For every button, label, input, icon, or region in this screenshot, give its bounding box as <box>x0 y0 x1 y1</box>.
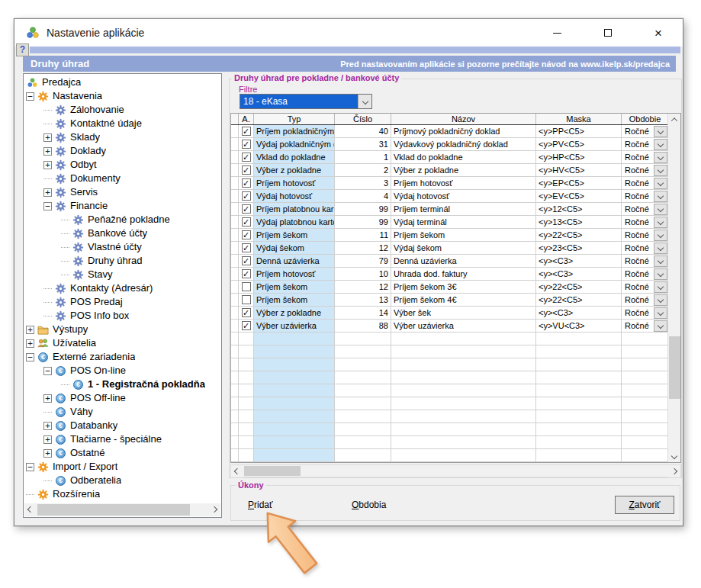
typ-cell[interactable]: Výber z pokladne <box>254 307 335 319</box>
row-selector-cell[interactable] <box>231 138 239 150</box>
row-selector-cell[interactable] <box>231 203 239 215</box>
obdobie-cell[interactable]: Ročné <box>622 229 668 241</box>
tree-item[interactable]: +€Tlačiarne - špeciálne <box>24 432 220 446</box>
table-row[interactable]: Príjem šekom12Príjem šekom 3€<y>22<C5>Ro… <box>231 281 668 294</box>
obdobie-cell[interactable]: Ročné <box>622 203 668 215</box>
obdobie-cell[interactable]: Ročné <box>622 190 668 202</box>
tree-item[interactable]: Rozšírenia <box>24 487 220 501</box>
table-row[interactable]: ✓Príjem hotovosť10Uhrada dod. faktury<y>… <box>231 268 668 281</box>
expand-icon[interactable]: + <box>43 449 52 458</box>
tree-item[interactable]: +€Databanky <box>24 419 220 432</box>
typ-cell[interactable]: Výdaj hotovosť <box>254 190 335 202</box>
empty-table-row[interactable] <box>231 449 668 462</box>
tree-item[interactable]: −€POS On-line <box>24 364 220 378</box>
row-checkbox[interactable]: ✓ <box>242 321 251 330</box>
typ-cell[interactable]: Výdaj šekom <box>254 242 335 254</box>
row-checkbox[interactable] <box>242 295 251 304</box>
row-selector-cell[interactable] <box>231 294 239 306</box>
row-checkbox[interactable]: ✓ <box>242 243 251 252</box>
maska-cell[interactable]: <y><C3> <box>536 307 622 319</box>
cislo-cell[interactable]: 4 <box>335 190 391 202</box>
col-header-cislo[interactable]: Číslo <box>335 114 391 124</box>
expand-icon[interactable]: + <box>43 394 52 403</box>
typ-cell[interactable]: Príjem šekom <box>254 294 335 306</box>
tree-item[interactable]: Kontakty (Adresár) <box>24 281 220 295</box>
scroll-left-button[interactable] <box>231 465 243 477</box>
nazov-cell[interactable]: Vklad do pokladne <box>391 151 536 163</box>
scrollbar-thumb[interactable] <box>244 466 301 476</box>
table-row[interactable]: ✓Výber z pokladne14Výber šek<y><C3>Ročné <box>231 307 668 320</box>
table-row[interactable]: ✓Príjem platobnou karto99Príjem terminál… <box>231 203 668 216</box>
tree-item[interactable]: +Výstupy <box>24 323 220 336</box>
expand-icon[interactable]: + <box>43 188 52 197</box>
collapse-icon[interactable]: − <box>43 202 52 210</box>
row-selector-cell[interactable] <box>231 216 239 228</box>
obdobie-cell[interactable]: Ročné <box>622 307 668 319</box>
maska-cell[interactable]: <y>EP<C5> <box>536 177 622 189</box>
table-row[interactable]: ✓Výdaj šekom12Výdaj šekom<y>23<C5>Ročné <box>231 242 668 255</box>
scroll-down-button[interactable] <box>668 450 680 462</box>
tree-item[interactable]: +€POS Off-line <box>24 391 220 405</box>
row-selector-cell[interactable] <box>231 255 239 267</box>
table-row[interactable]: ✓Výdaj hotovosť4Výdaj hotovosť<y>EV<C5>R… <box>231 190 668 203</box>
typ-cell[interactable]: Príjem pokladničným d <box>254 125 335 137</box>
cislo-cell[interactable]: 10 <box>335 268 391 280</box>
obdobie-cell[interactable]: Ročné <box>622 242 668 254</box>
table-horizontal-scrollbar[interactable] <box>230 464 681 477</box>
period-dropdown-button[interactable] <box>654 307 667 319</box>
typ-cell[interactable]: Príjem hotovosť <box>254 268 335 280</box>
scroll-left-button[interactable] <box>24 503 37 516</box>
help-button[interactable]: ? <box>16 43 29 56</box>
maska-cell[interactable]: <y>12<C5> <box>536 203 622 215</box>
maximize-button[interactable] <box>597 24 619 42</box>
row-checkbox[interactable]: ✓ <box>242 308 251 317</box>
empty-table-row[interactable] <box>231 410 668 423</box>
row-checkbox[interactable]: ✓ <box>242 153 251 162</box>
tree-item[interactable]: Stavy <box>24 268 220 281</box>
maska-cell[interactable]: <y>22<C5> <box>536 281 622 293</box>
row-selector-cell[interactable] <box>231 151 239 163</box>
tree-item[interactable]: −Financie <box>24 199 220 213</box>
typ-cell[interactable]: Vklad do pokladne <box>254 151 335 163</box>
cislo-cell[interactable]: 12 <box>335 242 391 254</box>
obdobie-cell[interactable]: Ročné <box>622 216 668 228</box>
collapse-icon[interactable]: − <box>26 92 34 101</box>
obdobie-cell[interactable]: Ročné <box>622 294 668 306</box>
tree-item[interactable]: €1 - Registračná pokladňa <box>24 378 220 391</box>
nazov-cell[interactable]: Výdaj šekom <box>391 242 536 254</box>
cislo-cell[interactable]: 11 <box>335 229 391 241</box>
tree-item[interactable]: €Váhy <box>24 405 220 419</box>
period-dropdown-button[interactable] <box>654 281 667 293</box>
empty-table-row[interactable] <box>231 423 668 436</box>
nazov-cell[interactable]: Uhrada dod. faktury <box>391 268 536 280</box>
scrollbar-thumb[interactable] <box>37 504 190 516</box>
row-checkbox[interactable]: ✓ <box>242 165 251 175</box>
tree-item[interactable]: Zálohovanie <box>24 103 220 117</box>
row-selector-cell[interactable] <box>231 281 239 293</box>
tree-item[interactable]: €Odberatelia <box>24 474 220 487</box>
obdobie-cell[interactable]: Ročné <box>622 125 668 137</box>
obdobie-cell[interactable]: Ročné <box>622 320 668 332</box>
collapse-icon[interactable]: − <box>26 463 34 471</box>
row-selector-cell[interactable] <box>231 190 239 202</box>
nazov-cell[interactable]: Príjem šekom 4€ <box>391 294 536 306</box>
nazov-cell[interactable]: Výdaj terminál <box>391 216 536 228</box>
period-dropdown-button[interactable] <box>654 217 667 228</box>
row-checkbox[interactable]: ✓ <box>242 140 251 149</box>
table-row[interactable]: ✓Výdaj platobnou karto99Výdaj terminál<y… <box>231 216 668 229</box>
combobox-dropdown-button[interactable] <box>358 95 371 108</box>
typ-cell[interactable]: Výber z pokladne <box>254 164 335 176</box>
row-selector-cell[interactable] <box>231 125 239 137</box>
scroll-up-button[interactable] <box>668 114 680 126</box>
empty-table-row[interactable] <box>231 436 668 449</box>
expand-icon[interactable]: + <box>43 435 52 444</box>
row-checkbox[interactable]: ✓ <box>242 127 251 136</box>
table-row[interactable]: ✓Vklad do pokladne1Vklad do pokladne<y>H… <box>231 151 668 164</box>
nazov-cell[interactable]: Výdavkový pokladničný doklad <box>391 138 536 150</box>
cislo-cell[interactable]: 3 <box>335 177 391 189</box>
empty-table-row[interactable] <box>231 358 668 371</box>
typ-cell[interactable]: Príjem hotovosť <box>254 177 335 189</box>
col-header-typ[interactable]: Typ <box>254 114 335 124</box>
expand-icon[interactable]: + <box>43 161 52 169</box>
expand-icon[interactable]: + <box>43 147 52 156</box>
